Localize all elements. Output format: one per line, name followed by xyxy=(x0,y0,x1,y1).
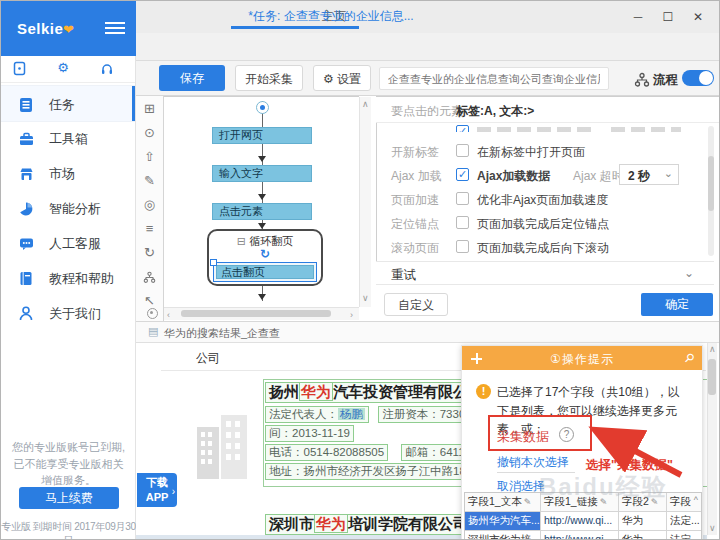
panel-scrollbar[interactable] xyxy=(708,126,714,256)
person-icon xyxy=(19,304,33,322)
fields-table[interactable]: 字段1_文本✎ 字段1_链接✎ 字段2✎ 字段^ 扬州华为汽车... http:… xyxy=(464,492,702,540)
canvas-vertical-scrollbar[interactable]: ∧ ∨ xyxy=(359,97,371,307)
maximize-button[interactable]: ☐ xyxy=(653,4,683,30)
column-header[interactable]: 字段1_链接✎ xyxy=(541,493,619,512)
minimize-button[interactable]: ─ xyxy=(623,4,653,30)
table-row[interactable]: 深圳市华为培... http://www.qi... 华为 法定... xyxy=(465,531,701,540)
clipped-scrolled-row: ✓ xyxy=(376,123,706,132)
checkbox-unchecked[interactable] xyxy=(456,216,469,229)
sidebar-item-label: 人工客服 xyxy=(49,235,101,253)
task-name-input[interactable] xyxy=(379,67,609,90)
checkbox-unchecked[interactable] xyxy=(456,144,469,157)
table-cell[interactable]: 华为 xyxy=(619,512,667,531)
sidebar-item-support[interactable]: 人工客服 xyxy=(1,225,135,260)
close-button[interactable]: ✕ xyxy=(683,4,713,30)
sidebar-item-analysis[interactable]: 智能分析 xyxy=(1,190,135,225)
undo-selection-link[interactable]: 撤销本次选择 xyxy=(497,454,569,471)
flow-node-click-element[interactable]: 点击元素 xyxy=(212,203,312,220)
export-icon[interactable]: ⇧ xyxy=(136,149,163,164)
headset-icon[interactable] xyxy=(97,60,117,76)
sidebar-item-market[interactable]: 市场 xyxy=(1,155,135,190)
checkbox-checked[interactable]: ✓ xyxy=(456,168,469,181)
column-header[interactable]: 字段1_文本✎ xyxy=(465,493,541,512)
company-field-row[interactable]: 地址：扬州市经济开发区扬子江中路180号 xyxy=(265,463,488,480)
table-cell[interactable]: 华为 xyxy=(619,531,667,540)
company-field-row[interactable]: 间：2013-11-19 xyxy=(265,425,354,442)
scroll-up-icon[interactable]: ∧ xyxy=(709,344,716,354)
retry-section[interactable]: 重试 ⌄ xyxy=(376,261,714,285)
table-cell[interactable]: 法定... xyxy=(667,512,701,531)
hamburger-menu-icon[interactable] xyxy=(105,22,125,35)
scroll-down-icon[interactable]: ∨ xyxy=(362,293,369,303)
sidebar-item-label: 工具箱 xyxy=(49,130,88,148)
preview-icon[interactable]: ◎ xyxy=(136,197,163,212)
sidebar-item-help[interactable]: 教程和帮助 xyxy=(1,260,135,295)
scroll-down-icon[interactable]: ∨ xyxy=(709,523,716,533)
settings-button[interactable]: ⚙ 设置 xyxy=(313,65,371,91)
select-element-icon[interactable]: ↖ xyxy=(136,293,163,308)
gear-icon[interactable]: ⚙ xyxy=(53,60,73,75)
table-row[interactable]: 扬州华为汽车... http://www.qi... 华为 法定... xyxy=(465,512,701,531)
tasks-icon xyxy=(19,95,33,113)
scrollbar-thumb[interactable] xyxy=(708,359,716,395)
collapse-icon[interactable]: ⊟ xyxy=(237,235,246,247)
divider xyxy=(497,472,575,473)
toggle-knob xyxy=(699,71,713,85)
custom-button[interactable]: 自定义 xyxy=(384,293,448,316)
clipboard-icon[interactable] xyxy=(9,60,29,76)
license-expired-notice: 您的专业版账号已到期,已不能享受专业版相关增值服务。 xyxy=(9,439,128,489)
column-header[interactable]: 字段2✎ xyxy=(619,493,667,512)
checkbox-unchecked[interactable] xyxy=(456,192,469,205)
flow-arrow xyxy=(258,194,266,200)
scrollbar-thumb[interactable] xyxy=(181,310,331,317)
mouse-icon[interactable]: ⊙ xyxy=(136,125,163,140)
pie-chart-icon xyxy=(19,199,33,217)
flow-node-input-text[interactable]: 输入文字 xyxy=(212,165,312,182)
canvas-zoom-icon[interactable] xyxy=(147,308,158,319)
app-window: ─ ☐ ✕ Selkie ❤ ⚙ 任务 工具箱 市场 智能分析 人工客服 教程和… xyxy=(0,0,720,540)
checkbox-unchecked[interactable] xyxy=(456,240,469,253)
download-app-button[interactable]: 下载APP › xyxy=(137,473,177,507)
table-cell[interactable]: http://www.qi... xyxy=(541,531,619,540)
scroll-up-icon[interactable]: ∧ xyxy=(362,99,369,109)
company-name[interactable]: 扬州华为汽车投资管理有限公司 xyxy=(265,382,487,403)
renew-button[interactable]: 马上续费 xyxy=(19,487,119,509)
sidebar-item-tasks[interactable]: 任务 xyxy=(1,85,135,122)
arrow-right-icon: › xyxy=(172,484,175,499)
sidebar-item-label: 关于我们 xyxy=(49,305,101,323)
option-row-scroll: 滚动页面 页面加载完成后向下滚动 xyxy=(376,235,706,259)
flow-node-click-paginate[interactable]: 点击翻页 xyxy=(213,262,317,282)
company-name[interactable]: 深圳市华为培训学院有限公司 xyxy=(265,514,472,535)
table-cell[interactable]: 深圳市华为培... xyxy=(465,531,541,540)
list-icon[interactable]: ≡ xyxy=(136,221,163,236)
flow-toggle-label: 流程 xyxy=(653,72,678,89)
result-page-bar[interactable]: ▤ 华为的搜索结果_企查查 xyxy=(136,321,720,343)
table-cell-selected[interactable]: 扬州华为汽车... xyxy=(465,512,541,531)
table-cell[interactable]: http://www.qi... xyxy=(541,512,619,531)
save-button[interactable]: 保存 xyxy=(159,65,225,91)
ajax-timeout-select[interactable]: 2 秒 ⌄ xyxy=(619,164,679,185)
workflow-icon[interactable] xyxy=(136,269,163,284)
flow-arrow xyxy=(258,156,266,162)
table-cell[interactable]: 法定... xyxy=(667,531,701,540)
flow-node-open-page[interactable]: 打开网页 xyxy=(212,127,312,144)
loop-icon: ↻ xyxy=(207,247,323,261)
target-element-row: 要点击的元素 标签:A, 文本:> xyxy=(376,97,720,123)
tips-title: ①操作提示 xyxy=(462,351,702,368)
scroll-right-icon[interactable]: › xyxy=(350,310,353,320)
start-collect-button[interactable]: 开始采集 xyxy=(235,65,303,91)
scroll-left-icon[interactable]: ‹ xyxy=(167,310,170,320)
scroll-up-icon: ^ xyxy=(694,495,698,505)
flow-start-node[interactable] xyxy=(256,101,269,114)
keyword-highlight: 华为 xyxy=(299,382,333,401)
edit-icon[interactable]: ✎ xyxy=(136,173,163,188)
flow-toggle[interactable] xyxy=(682,70,714,86)
confirm-button[interactable]: 确定 xyxy=(641,293,713,316)
refresh-icon[interactable]: ↻ xyxy=(136,245,163,260)
new-step-icon[interactable]: ⊞ xyxy=(136,101,163,116)
selection-handle[interactable] xyxy=(210,259,217,266)
column-header[interactable]: 字段^ xyxy=(667,493,701,512)
sidebar-item-toolbox[interactable]: 工具箱 xyxy=(1,120,135,155)
tab-task[interactable]: *任务: 企查查专业的企业信息... xyxy=(231,8,431,25)
sidebar-item-about[interactable]: 关于我们 xyxy=(1,295,135,330)
